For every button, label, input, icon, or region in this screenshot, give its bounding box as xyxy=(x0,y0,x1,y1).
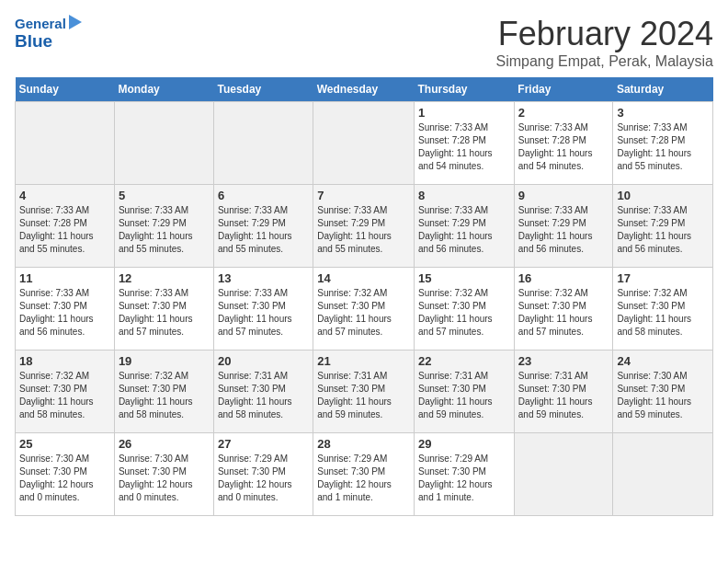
weekday-header-thursday: Thursday xyxy=(415,77,515,102)
day-number: 2 xyxy=(518,106,609,120)
day-detail: Sunrise: 7:32 AMSunset: 7:30 PMDaylight:… xyxy=(119,370,210,421)
day-number: 7 xyxy=(317,189,410,202)
day-number: 11 xyxy=(19,271,110,285)
header: General Blue February 2024 Simpang Empat… xyxy=(15,15,713,70)
day-number: 14 xyxy=(317,271,410,285)
calendar-day: 24Sunrise: 7:30 AMSunset: 7:30 PMDayligh… xyxy=(613,350,713,433)
weekday-header-wednesday: Wednesday xyxy=(313,77,415,102)
calendar-day xyxy=(213,102,313,185)
day-number: 29 xyxy=(418,437,510,451)
calendar-day: 4Sunrise: 7:33 AMSunset: 7:28 PMDaylight… xyxy=(16,185,115,268)
calendar-day: 25Sunrise: 7:30 AMSunset: 7:30 PMDayligh… xyxy=(16,433,115,516)
logo-general: General xyxy=(15,16,66,31)
day-detail: Sunrise: 7:32 AMSunset: 7:30 PMDaylight:… xyxy=(518,287,609,339)
day-detail: Sunrise: 7:33 AMSunset: 7:29 PMDaylight:… xyxy=(119,204,210,256)
day-detail: Sunrise: 7:30 AMSunset: 7:30 PMDaylight:… xyxy=(119,453,210,504)
day-detail: Sunrise: 7:29 AMSunset: 7:30 PMDaylight:… xyxy=(418,453,510,504)
calendar-day xyxy=(114,102,213,185)
calendar-day: 19Sunrise: 7:32 AMSunset: 7:30 PMDayligh… xyxy=(114,350,213,433)
calendar-day: 20Sunrise: 7:31 AMSunset: 7:30 PMDayligh… xyxy=(213,350,313,433)
day-detail: Sunrise: 7:33 AMSunset: 7:29 PMDaylight:… xyxy=(617,204,709,256)
day-number: 1 xyxy=(418,106,510,120)
day-detail: Sunrise: 7:33 AMSunset: 7:28 PMDaylight:… xyxy=(19,204,110,256)
day-number: 12 xyxy=(119,271,210,285)
day-detail: Sunrise: 7:29 AMSunset: 7:30 PMDaylight:… xyxy=(218,453,309,504)
page-subtitle: Simpang Empat, Perak, Malaysia xyxy=(495,53,713,70)
logo: General Blue xyxy=(15,15,82,52)
calendar-day: 1Sunrise: 7:33 AMSunset: 7:28 PMDaylight… xyxy=(415,102,515,185)
weekday-header-saturday: Saturday xyxy=(613,77,713,102)
calendar-day: 10Sunrise: 7:33 AMSunset: 7:29 PMDayligh… xyxy=(613,185,713,268)
day-number: 25 xyxy=(19,437,110,451)
day-number: 28 xyxy=(317,437,410,451)
calendar-day xyxy=(313,102,415,185)
day-number: 10 xyxy=(617,189,709,202)
day-detail: Sunrise: 7:33 AMSunset: 7:29 PMDaylight:… xyxy=(418,204,510,256)
calendar-day xyxy=(16,102,115,185)
day-number: 19 xyxy=(119,354,210,368)
day-detail: Sunrise: 7:31 AMSunset: 7:30 PMDaylight:… xyxy=(418,370,510,421)
day-detail: Sunrise: 7:32 AMSunset: 7:30 PMDaylight:… xyxy=(418,287,510,339)
calendar-week-row: 1Sunrise: 7:33 AMSunset: 7:28 PMDaylight… xyxy=(16,102,713,185)
day-number: 6 xyxy=(218,189,309,202)
day-number: 9 xyxy=(518,189,609,202)
calendar-week-row: 4Sunrise: 7:33 AMSunset: 7:28 PMDaylight… xyxy=(16,185,713,268)
day-number: 23 xyxy=(518,354,609,368)
day-number: 20 xyxy=(218,354,309,368)
title-area: February 2024 Simpang Empat, Perak, Mala… xyxy=(495,15,713,70)
day-number: 21 xyxy=(317,354,410,368)
calendar-week-row: 18Sunrise: 7:32 AMSunset: 7:30 PMDayligh… xyxy=(16,350,713,433)
day-detail: Sunrise: 7:33 AMSunset: 7:28 PMDaylight:… xyxy=(518,121,609,173)
day-detail: Sunrise: 7:30 AMSunset: 7:30 PMDaylight:… xyxy=(19,453,110,504)
calendar-day: 21Sunrise: 7:31 AMSunset: 7:30 PMDayligh… xyxy=(313,350,415,433)
calendar-day: 16Sunrise: 7:32 AMSunset: 7:30 PMDayligh… xyxy=(514,268,613,350)
calendar-day: 3Sunrise: 7:33 AMSunset: 7:28 PMDaylight… xyxy=(613,102,713,185)
day-number: 17 xyxy=(617,271,709,285)
calendar-week-row: 11Sunrise: 7:33 AMSunset: 7:30 PMDayligh… xyxy=(16,268,713,350)
day-detail: Sunrise: 7:32 AMSunset: 7:30 PMDaylight:… xyxy=(617,287,709,339)
day-detail: Sunrise: 7:31 AMSunset: 7:30 PMDaylight:… xyxy=(317,370,410,421)
day-number: 24 xyxy=(617,354,709,368)
logo-blue: Blue xyxy=(15,31,82,52)
day-detail: Sunrise: 7:32 AMSunset: 7:30 PMDaylight:… xyxy=(19,370,110,421)
day-detail: Sunrise: 7:33 AMSunset: 7:30 PMDaylight:… xyxy=(218,287,309,339)
day-number: 5 xyxy=(119,189,210,202)
calendar-day: 27Sunrise: 7:29 AMSunset: 7:30 PMDayligh… xyxy=(213,433,313,516)
calendar-day: 28Sunrise: 7:29 AMSunset: 7:30 PMDayligh… xyxy=(313,433,415,516)
calendar-day: 6Sunrise: 7:33 AMSunset: 7:29 PMDaylight… xyxy=(213,185,313,268)
day-number: 22 xyxy=(418,354,510,368)
calendar-day: 7Sunrise: 7:33 AMSunset: 7:29 PMDaylight… xyxy=(313,185,415,268)
weekday-header-monday: Monday xyxy=(114,77,213,102)
weekday-header-row: SundayMondayTuesdayWednesdayThursdayFrid… xyxy=(16,77,713,102)
weekday-header-tuesday: Tuesday xyxy=(213,77,313,102)
calendar-day: 23Sunrise: 7:31 AMSunset: 7:30 PMDayligh… xyxy=(514,350,613,433)
page-title: February 2024 xyxy=(495,15,713,53)
calendar-day: 29Sunrise: 7:29 AMSunset: 7:30 PMDayligh… xyxy=(415,433,515,516)
calendar-day: 22Sunrise: 7:31 AMSunset: 7:30 PMDayligh… xyxy=(415,350,515,433)
logo-triangle-icon xyxy=(69,15,82,29)
day-number: 4 xyxy=(19,189,110,202)
calendar-day: 18Sunrise: 7:32 AMSunset: 7:30 PMDayligh… xyxy=(16,350,115,433)
calendar-day: 11Sunrise: 7:33 AMSunset: 7:30 PMDayligh… xyxy=(16,268,115,350)
day-number: 13 xyxy=(218,271,309,285)
day-detail: Sunrise: 7:33 AMSunset: 7:29 PMDaylight:… xyxy=(317,204,410,256)
calendar-day xyxy=(613,433,713,516)
day-detail: Sunrise: 7:32 AMSunset: 7:30 PMDaylight:… xyxy=(317,287,410,339)
calendar-day: 14Sunrise: 7:32 AMSunset: 7:30 PMDayligh… xyxy=(313,268,415,350)
day-detail: Sunrise: 7:33 AMSunset: 7:30 PMDaylight:… xyxy=(119,287,210,339)
day-number: 26 xyxy=(119,437,210,451)
calendar-day: 5Sunrise: 7:33 AMSunset: 7:29 PMDaylight… xyxy=(114,185,213,268)
day-detail: Sunrise: 7:33 AMSunset: 7:30 PMDaylight:… xyxy=(19,287,110,339)
day-detail: Sunrise: 7:33 AMSunset: 7:28 PMDaylight:… xyxy=(418,121,510,173)
day-detail: Sunrise: 7:31 AMSunset: 7:30 PMDaylight:… xyxy=(218,370,309,421)
day-number: 18 xyxy=(19,354,110,368)
day-detail: Sunrise: 7:33 AMSunset: 7:29 PMDaylight:… xyxy=(218,204,309,256)
calendar-day: 17Sunrise: 7:32 AMSunset: 7:30 PMDayligh… xyxy=(613,268,713,350)
calendar-day: 15Sunrise: 7:32 AMSunset: 7:30 PMDayligh… xyxy=(415,268,515,350)
day-number: 3 xyxy=(617,106,709,120)
calendar-day: 12Sunrise: 7:33 AMSunset: 7:30 PMDayligh… xyxy=(114,268,213,350)
day-number: 27 xyxy=(218,437,309,451)
calendar-day: 8Sunrise: 7:33 AMSunset: 7:29 PMDaylight… xyxy=(415,185,515,268)
weekday-header-sunday: Sunday xyxy=(16,77,115,102)
weekday-header-friday: Friday xyxy=(514,77,613,102)
